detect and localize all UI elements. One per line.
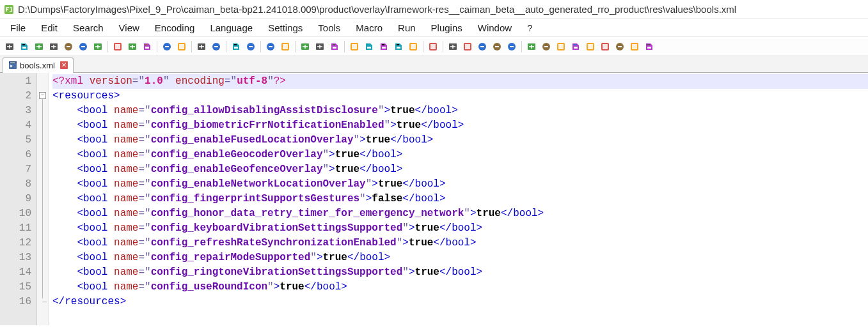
svg-rect-36 (397, 44, 399, 45)
code-line: <resources> (52, 89, 868, 104)
save-icon[interactable] (32, 40, 46, 54)
menu-macro[interactable]: Macro (348, 20, 390, 35)
new-file-icon[interactable] (3, 40, 17, 54)
tab-close-icon[interactable]: ✕ (60, 61, 68, 69)
all-chars-icon[interactable] (313, 40, 327, 54)
zoom-out-icon[interactable] (244, 40, 258, 54)
tab-label: bools.xml (20, 61, 55, 70)
svg-rect-31 (367, 47, 371, 49)
save-macro-icon[interactable] (505, 40, 519, 54)
menu-run[interactable]: Run (390, 20, 423, 35)
sync-h-icon[interactable] (278, 40, 292, 54)
replace-icon[interactable] (209, 40, 223, 54)
fold-end (42, 302, 47, 302)
toolbar-separator (107, 41, 108, 52)
paste-icon[interactable] (140, 40, 154, 54)
cut-icon[interactable] (111, 40, 125, 54)
svg-rect-0 (4, 5, 13, 14)
toolbar-separator (260, 41, 261, 52)
svg-rect-24 (283, 44, 288, 49)
svg-rect-40 (430, 44, 436, 49)
toolbar-separator (295, 41, 296, 52)
toolbar-separator (157, 41, 157, 52)
toolbar-separator (423, 41, 423, 52)
fold-toggle[interactable]: − (39, 92, 46, 99)
menu-window[interactable]: Window (470, 20, 519, 35)
print-icon[interactable] (91, 40, 105, 54)
tab-bools-xml[interactable]: bools.xml ✕ (3, 58, 74, 73)
play-multi-icon[interactable] (490, 40, 504, 54)
toolbar-separator (443, 41, 443, 52)
convert-icon[interactable] (569, 40, 583, 54)
toolbar-separator (344, 41, 345, 52)
menu-encoding[interactable]: Encoding (147, 20, 203, 35)
menu-file[interactable]: File (3, 20, 33, 35)
grid-icon[interactable] (627, 40, 642, 54)
end-icon[interactable] (642, 40, 656, 54)
menu-bar: FileEditSearchViewEncodingLanguageSettin… (0, 19, 868, 37)
fold-column: − (37, 73, 49, 325)
record-icon[interactable] (446, 40, 460, 54)
svg-rect-61 (647, 44, 650, 45)
svg-rect-38 (411, 44, 416, 49)
zoom-in-icon[interactable] (229, 40, 243, 54)
code-line: <bool name="config_honor_data_retry_time… (52, 206, 868, 221)
find-icon[interactable] (194, 40, 209, 54)
file-icon (8, 61, 17, 70)
sort-asc-icon[interactable] (598, 40, 612, 54)
sync-v-icon[interactable] (264, 40, 278, 54)
spell-icon[interactable] (539, 40, 553, 54)
menu-view[interactable]: View (111, 20, 147, 35)
save-all-icon[interactable] (47, 40, 61, 54)
svg-rect-59 (632, 44, 637, 49)
code-line: <bool name="config_keyboardVibrationSett… (52, 221, 868, 236)
word-wrap-icon[interactable] (298, 40, 312, 54)
code-line: <bool name="config_refreshRateSynchroniz… (52, 236, 868, 250)
close-icon[interactable] (61, 40, 75, 54)
toolbar-separator (191, 41, 192, 52)
menu-plugins[interactable]: Plugins (423, 20, 470, 35)
indent-guide-icon[interactable] (327, 40, 342, 54)
code-line: <?xml version="1.0" encoding="utf-8"?> (52, 74, 868, 89)
code-line: </resources> (52, 295, 868, 309)
fold-guide (42, 99, 43, 298)
menu-language[interactable]: Language (202, 20, 260, 35)
window-title: D:\Dumps\FactoryImages\Pixel_9_Pro\caima… (18, 4, 736, 15)
menu-edit[interactable]: Edit (33, 20, 65, 35)
folder-workspace-icon[interactable] (406, 40, 420, 54)
code-line: <bool name="config_useRoundIcon">true</b… (52, 280, 868, 295)
svg-rect-12 (145, 47, 149, 49)
undo-icon[interactable] (160, 40, 174, 54)
title-bar: D:\Dumps\FactoryImages\Pixel_9_Pro\caima… (0, 0, 868, 19)
lang-udl-icon[interactable] (347, 40, 361, 54)
code-area[interactable]: <?xml version="1.0" encoding="utf-8"?><r… (49, 73, 868, 325)
menu-[interactable]: ? (519, 20, 540, 35)
svg-rect-43 (465, 44, 470, 49)
open-file-icon[interactable] (17, 40, 31, 54)
svg-rect-3 (22, 44, 25, 45)
svg-rect-56 (603, 44, 608, 49)
stop-icon[interactable] (461, 40, 475, 54)
func-list-icon[interactable] (391, 40, 406, 54)
code-line: <bool name="config_ringtoneVibrationSett… (52, 265, 868, 280)
play-icon[interactable] (475, 40, 489, 54)
redo-icon[interactable] (175, 40, 189, 54)
copy-icon[interactable] (125, 40, 139, 54)
sort-desc-icon[interactable] (613, 40, 627, 54)
doc-list-icon[interactable] (377, 40, 391, 54)
menu-search[interactable]: Search (65, 20, 111, 35)
ruler-icon[interactable] (554, 40, 568, 54)
monitor-icon[interactable] (426, 40, 440, 54)
svg-rect-20 (234, 44, 237, 45)
svg-rect-52 (574, 44, 576, 45)
bookmark-icon[interactable] (583, 40, 597, 54)
code-line: <bool name="config_enableGeofenceOverlay… (52, 162, 868, 177)
menu-settings[interactable]: Settings (260, 20, 310, 35)
menu-tools[interactable]: Tools (310, 20, 348, 35)
doc-map-icon[interactable] (362, 40, 376, 54)
svg-rect-60 (647, 47, 651, 49)
outdent-icon[interactable] (525, 40, 539, 54)
editor[interactable]: 12345678910111213141516 − <?xml version=… (0, 73, 868, 325)
svg-rect-2 (22, 47, 26, 49)
close-all-icon[interactable] (76, 40, 90, 54)
